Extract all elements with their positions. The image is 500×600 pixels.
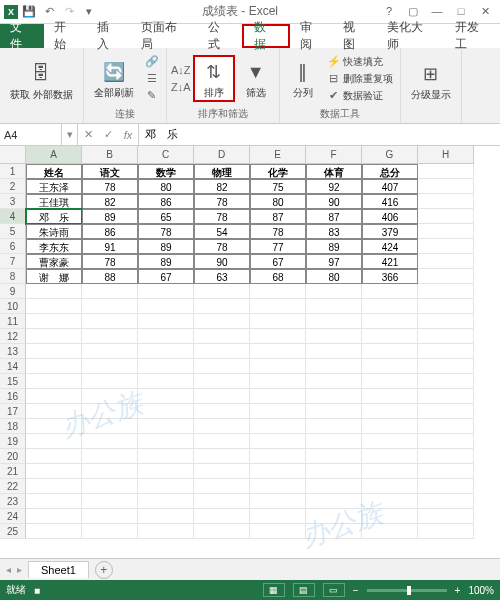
cell[interactable] — [82, 434, 138, 449]
tab-review[interactable]: 审阅 — [290, 24, 334, 48]
cell[interactable]: 邓 乐 — [26, 209, 82, 224]
cell[interactable] — [362, 299, 418, 314]
cell[interactable] — [26, 314, 82, 329]
row-header[interactable]: 14 — [0, 359, 26, 374]
qat-more[interactable]: ▾ — [80, 3, 98, 21]
row-header[interactable]: 18 — [0, 419, 26, 434]
undo-button[interactable]: ↶ — [40, 3, 58, 21]
cell[interactable]: 407 — [362, 179, 418, 194]
cell[interactable]: 88 — [82, 269, 138, 284]
cell[interactable] — [362, 329, 418, 344]
cell[interactable] — [418, 449, 474, 464]
cell[interactable] — [250, 404, 306, 419]
cell[interactable] — [250, 389, 306, 404]
cell[interactable] — [194, 524, 250, 539]
cell[interactable] — [26, 524, 82, 539]
cell[interactable]: 78 — [138, 224, 194, 239]
cell[interactable] — [418, 284, 474, 299]
cell[interactable]: 86 — [82, 224, 138, 239]
cell[interactable] — [26, 329, 82, 344]
row-headers[interactable]: 1234567891011121314151617181920212223242… — [0, 164, 26, 539]
cell[interactable] — [194, 344, 250, 359]
sort-desc-button[interactable]: Z↓A — [171, 79, 191, 95]
col-header[interactable]: E — [250, 146, 306, 164]
remove-duplicates-button[interactable]: ⊟删除重复项 — [324, 71, 396, 87]
cell[interactable] — [26, 374, 82, 389]
data-validation-button[interactable]: ✔数据验证 — [324, 88, 396, 104]
select-all-corner[interactable] — [0, 146, 26, 164]
cell[interactable] — [418, 329, 474, 344]
cell[interactable] — [250, 374, 306, 389]
cell[interactable] — [194, 419, 250, 434]
cell[interactable] — [418, 524, 474, 539]
name-box-dropdown[interactable]: ▾ — [62, 124, 78, 145]
cell[interactable] — [418, 194, 474, 209]
cell[interactable] — [26, 284, 82, 299]
cell[interactable] — [306, 419, 362, 434]
cell[interactable] — [138, 404, 194, 419]
cell[interactable] — [418, 239, 474, 254]
cell[interactable] — [138, 374, 194, 389]
cell[interactable]: 424 — [362, 239, 418, 254]
cell[interactable]: 75 — [250, 179, 306, 194]
cell[interactable] — [362, 314, 418, 329]
cell[interactable] — [362, 389, 418, 404]
cell[interactable] — [418, 179, 474, 194]
cell[interactable] — [82, 344, 138, 359]
cell[interactable]: 数学 — [138, 164, 194, 179]
tab-insert[interactable]: 插入 — [87, 24, 131, 48]
row-header[interactable]: 23 — [0, 494, 26, 509]
cell[interactable] — [82, 389, 138, 404]
cell[interactable] — [418, 314, 474, 329]
cell[interactable] — [82, 509, 138, 524]
col-header[interactable]: A — [26, 146, 82, 164]
tab-developer[interactable]: 开发工 — [445, 24, 500, 48]
cell[interactable] — [138, 344, 194, 359]
tab-data[interactable]: 数据 — [242, 24, 290, 48]
cell[interactable] — [194, 389, 250, 404]
cell[interactable] — [418, 344, 474, 359]
cell[interactable]: 91 — [82, 239, 138, 254]
cell[interactable] — [306, 374, 362, 389]
cell[interactable] — [194, 464, 250, 479]
cell[interactable]: 朱诗雨 — [26, 224, 82, 239]
sheet-tab[interactable]: Sheet1 — [28, 561, 89, 578]
cell[interactable] — [26, 449, 82, 464]
row-header[interactable]: 5 — [0, 224, 26, 239]
cell[interactable]: 89 — [138, 254, 194, 269]
close-button[interactable]: ✕ — [474, 5, 496, 18]
zoom-out-button[interactable]: − — [353, 585, 359, 596]
cell[interactable] — [306, 389, 362, 404]
cell[interactable] — [194, 284, 250, 299]
cell[interactable] — [250, 494, 306, 509]
cell[interactable] — [26, 494, 82, 509]
cell[interactable] — [418, 269, 474, 284]
cell[interactable] — [362, 359, 418, 374]
cell[interactable]: 82 — [82, 194, 138, 209]
filter-button[interactable]: ▼ 筛选 — [237, 57, 275, 100]
cell[interactable]: 78 — [82, 254, 138, 269]
cell[interactable]: 物理 — [194, 164, 250, 179]
row-header[interactable]: 3 — [0, 194, 26, 209]
cell[interactable]: 68 — [250, 269, 306, 284]
cell[interactable]: 王佳琪 — [26, 194, 82, 209]
cell[interactable]: 421 — [362, 254, 418, 269]
cell[interactable] — [306, 359, 362, 374]
cell[interactable] — [362, 434, 418, 449]
cell[interactable] — [82, 314, 138, 329]
cell[interactable] — [194, 494, 250, 509]
cell[interactable] — [362, 524, 418, 539]
row-header[interactable]: 21 — [0, 464, 26, 479]
row-header[interactable]: 12 — [0, 329, 26, 344]
add-sheet-button[interactable]: + — [95, 561, 113, 579]
cell[interactable]: 80 — [250, 194, 306, 209]
cell[interactable] — [362, 509, 418, 524]
cell[interactable] — [82, 419, 138, 434]
get-external-data-button[interactable]: 🗄 获取 外部数据 — [4, 59, 79, 102]
sheet-nav-next[interactable]: ▸ — [17, 564, 22, 575]
cell[interactable] — [306, 314, 362, 329]
cell[interactable]: 80 — [306, 269, 362, 284]
cell[interactable] — [306, 284, 362, 299]
cell[interactable]: 97 — [306, 254, 362, 269]
row-header[interactable]: 2 — [0, 179, 26, 194]
